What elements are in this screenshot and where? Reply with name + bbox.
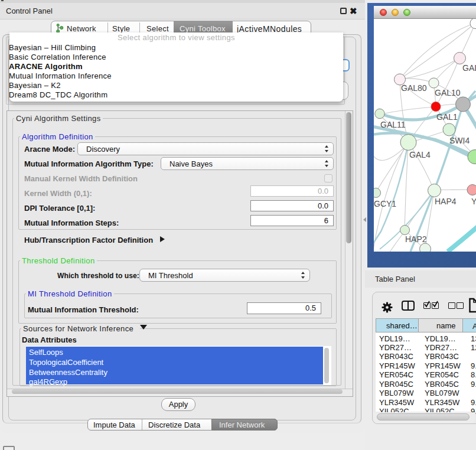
svg-text:GAL10: GAL10 (435, 88, 461, 97)
svg-text:GAL11: GAL11 (380, 120, 406, 129)
svg-text:GAL4: GAL4 (409, 150, 431, 159)
svg-text:HAP4: HAP4 (435, 197, 457, 206)
svg-text:GAL80: GAL80 (401, 83, 427, 93)
svg-text:HAP2: HAP2 (405, 234, 427, 244)
svg-text:GAL: GAL (462, 63, 476, 73)
svg-text:SWI4: SWI4 (449, 136, 470, 145)
svg-text:GCY1: GCY1 (374, 199, 396, 208)
svg-text:GAL1: GAL1 (436, 112, 458, 122)
svg-text:Y: Y (471, 197, 476, 206)
